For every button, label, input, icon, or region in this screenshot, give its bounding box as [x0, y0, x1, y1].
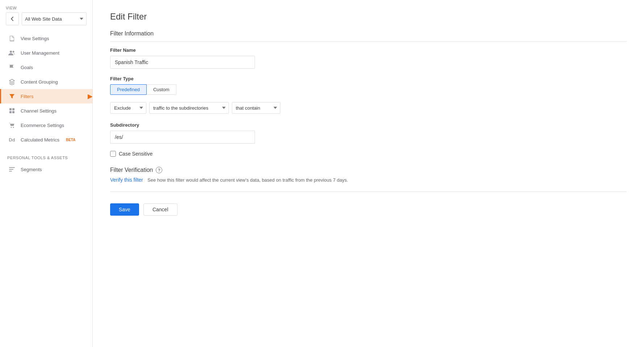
filter-name-group: Filter Name — [110, 47, 627, 69]
predefined-button[interactable]: Predefined — [110, 84, 147, 95]
sidebar-nav: View Settings User Management Goals Cont… — [0, 31, 92, 147]
subdirectory-group: Subdirectory — [110, 122, 627, 144]
sidebar-item-content-grouping[interactable]: Content Grouping — [0, 75, 92, 89]
case-sensitive-label: Case Sensitive — [119, 151, 152, 157]
filter-information-heading: Filter Information — [110, 30, 627, 42]
svg-rect-2 — [9, 108, 12, 110]
sidebar-item-label: Goals — [21, 65, 33, 70]
svg-rect-3 — [12, 108, 14, 110]
case-sensitive-checkbox[interactable] — [110, 151, 116, 157]
verification-heading: Filter Verification ? — [110, 167, 627, 173]
sidebar-item-label: Segments — [21, 167, 42, 172]
svg-rect-5 — [12, 111, 14, 113]
svg-point-6 — [11, 127, 12, 128]
svg-point-7 — [13, 127, 14, 128]
sidebar-item-label: User Management — [21, 50, 59, 56]
back-button[interactable] — [6, 12, 19, 25]
subdirectory-label: Subdirectory — [110, 122, 627, 128]
filter-verification-section: Filter Verification ? Verify this filter… — [110, 167, 627, 192]
sidebar-item-calculated-metrics[interactable]: Dd Calculated Metrics BETA — [0, 132, 92, 147]
filter-row: Exclude Include traffic to the subdirect… — [110, 102, 627, 114]
personal-tools-nav: Segments — [0, 162, 92, 177]
filter-type-buttons: Predefined Custom — [110, 84, 627, 95]
beta-badge: BETA — [66, 138, 75, 142]
cart-icon — [8, 122, 16, 129]
sidebar-item-user-management[interactable]: User Management — [0, 46, 92, 60]
users-icon — [8, 49, 16, 56]
filter-name-input[interactable] — [110, 56, 255, 69]
verification-row: Verify this filter See how this filter w… — [110, 177, 627, 183]
personal-tools-heading: PERSONAL TOOLS & ASSETS — [0, 150, 92, 162]
sidebar-item-ecommerce[interactable]: Ecommerce Settings — [0, 118, 92, 132]
filter-type-label: Filter Type — [110, 76, 627, 81]
sidebar-item-label: Ecommerce Settings — [21, 123, 64, 128]
dd-icon: Dd — [8, 136, 16, 143]
sidebar-item-label: View Settings — [21, 36, 49, 41]
traffic-select[interactable]: traffic to the subdirectories traffic fr… — [149, 102, 229, 114]
verify-description: See how this filter would affect the cur… — [147, 177, 348, 183]
case-sensitive-row: Case Sensitive — [110, 151, 627, 157]
exclude-select[interactable]: Exclude Include — [110, 102, 146, 114]
sidebar-item-goals[interactable]: Goals — [0, 60, 92, 75]
subdirectory-input[interactable] — [110, 131, 255, 144]
svg-point-1 — [13, 51, 14, 53]
verify-filter-link[interactable]: Verify this filter — [110, 177, 143, 183]
active-arrow-icon: ▶ — [88, 92, 93, 100]
flag-icon — [8, 64, 16, 71]
contain-select[interactable]: that contain that are equal to that begi… — [232, 102, 280, 114]
filter-icon — [8, 93, 16, 100]
sidebar-item-label: Filters — [21, 94, 33, 99]
filter-name-label: Filter Name — [110, 47, 627, 53]
filter-type-group: Filter Type Predefined Custom — [110, 76, 627, 95]
view-section: VIEW All Web Site Data — [0, 0, 92, 28]
custom-button[interactable]: Custom — [147, 84, 176, 95]
page-title: Edit Filter — [110, 12, 627, 22]
action-buttons: Save Cancel — [110, 203, 627, 216]
main-content: Edit Filter Filter Information Filter Na… — [93, 0, 644, 347]
hierarchy-icon — [8, 78, 16, 85]
file-icon — [8, 35, 16, 42]
view-select[interactable]: All Web Site Data — [22, 12, 87, 25]
sidebar-item-label: Calculated Metrics — [21, 137, 59, 143]
back-arrow-icon — [9, 16, 15, 22]
segments-icon — [8, 166, 16, 173]
sidebar-item-channel-settings[interactable]: Channel Settings — [0, 103, 92, 118]
sidebar-item-label: Content Grouping — [21, 79, 58, 85]
channel-icon — [8, 107, 16, 114]
cancel-button[interactable]: Cancel — [143, 203, 177, 216]
sidebar: VIEW All Web Site Data View Settings — [0, 0, 93, 347]
sidebar-item-view-settings[interactable]: View Settings — [0, 31, 92, 46]
svg-point-0 — [10, 51, 12, 53]
sidebar-item-label: Channel Settings — [21, 108, 57, 114]
sidebar-item-segments[interactable]: Segments — [0, 162, 92, 177]
sidebar-item-filters[interactable]: Filters ▶ — [0, 89, 92, 103]
view-label: VIEW — [6, 6, 87, 10]
save-button[interactable]: Save — [110, 203, 139, 216]
svg-rect-4 — [9, 111, 12, 113]
help-icon[interactable]: ? — [156, 167, 162, 173]
view-select-wrapper: All Web Site Data — [6, 12, 87, 25]
